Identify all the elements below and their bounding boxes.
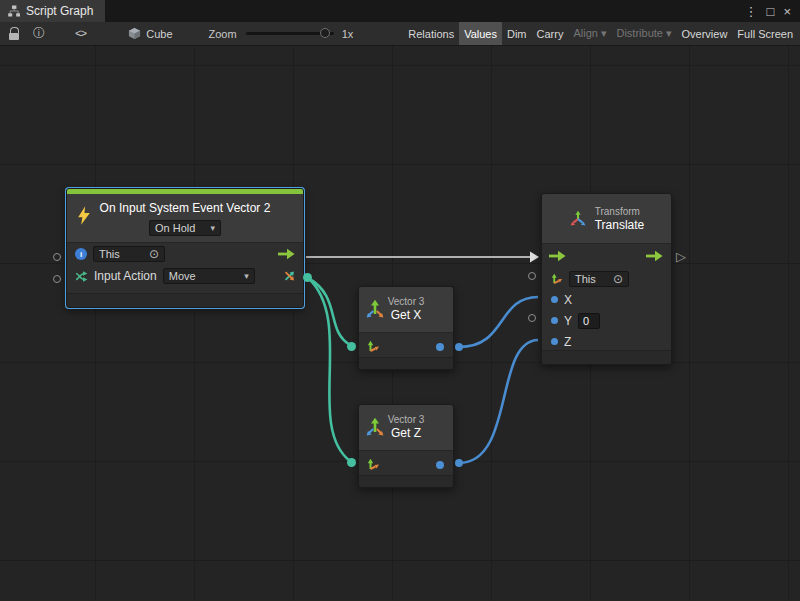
- event-node-header: On Input System Event Vector 2 On Hold ▾: [67, 194, 303, 243]
- translate-z-row: Z: [542, 331, 671, 352]
- event-node-title: On Input System Event Vector 2: [67, 194, 303, 215]
- flow-continue-icon: ▷: [676, 250, 686, 263]
- get-x-output-port[interactable]: [436, 343, 444, 351]
- get-x-port-row: [359, 333, 453, 360]
- axis-icon: [551, 273, 563, 285]
- get-z-header: Vector 3 Get Z: [359, 405, 453, 451]
- zoom-slider[interactable]: [246, 32, 334, 35]
- event-mode-value: On Hold: [155, 222, 195, 234]
- vector3-icon: [365, 299, 385, 323]
- input-action-dropdown[interactable]: Move ▾: [163, 268, 255, 284]
- close-icon[interactable]: ×: [783, 4, 791, 19]
- translate-header: Transform Translate: [542, 194, 671, 244]
- lightning-bolt-icon: [77, 206, 91, 229]
- translate-flow-row: [542, 244, 671, 268]
- toolbar-button-group: Relations Values Dim Carry Align ▾ Distr…: [403, 22, 800, 45]
- translate-footer: [542, 350, 671, 364]
- object-name: Cube: [146, 28, 172, 40]
- align-button[interactable]: Align ▾: [568, 22, 611, 45]
- maximize-icon[interactable]: □: [767, 4, 775, 19]
- distribute-button[interactable]: Distribute ▾: [611, 22, 676, 45]
- get-x-node[interactable]: Vector 3 Get X: [358, 286, 454, 370]
- carry-button[interactable]: Carry: [532, 22, 569, 45]
- transform-icon: [569, 210, 587, 228]
- translate-x-row: X: [542, 289, 671, 310]
- event-node[interactable]: On Input System Event Vector 2 On Hold ▾…: [66, 188, 304, 308]
- translate-z-label: Z: [564, 335, 571, 349]
- object-breadcrumb[interactable]: Cube: [128, 27, 172, 40]
- dim-button[interactable]: Dim: [502, 22, 532, 45]
- event-this-row: i This ⊙: [67, 243, 303, 265]
- translate-this-label: This: [575, 273, 596, 285]
- translate-y-outer-port[interactable]: [528, 314, 536, 322]
- event-mode-dropdown[interactable]: On Hold ▾: [149, 220, 221, 236]
- overview-button[interactable]: Overview: [677, 22, 733, 45]
- translate-this-outer-port[interactable]: [528, 272, 536, 280]
- get-x-footer: [359, 357, 453, 369]
- cube-icon: [128, 27, 141, 40]
- translate-y-input[interactable]: 0: [578, 313, 600, 329]
- window-tab-bar: Script Graph ⋮ □ ×: [0, 0, 800, 22]
- get-z-footer: [359, 475, 453, 487]
- get-z-node[interactable]: Vector 3 Get Z: [358, 404, 454, 488]
- zoom-label: Zoom: [209, 28, 237, 40]
- event-node-footer: [67, 293, 303, 307]
- get-x-input-port[interactable]: [347, 342, 356, 351]
- script-graph-icon: [8, 5, 20, 17]
- this-object-icon: i: [75, 248, 87, 260]
- get-z-port-row: [359, 451, 453, 478]
- translate-x-label: X: [564, 293, 572, 307]
- caret-down-icon: ▾: [210, 223, 215, 233]
- control-flow-output-port[interactable]: [278, 248, 295, 260]
- graph-toolbar: ⓘ <> Cube Zoom 1x Relations Values Dim C…: [0, 22, 800, 46]
- event-this-input-port[interactable]: [53, 253, 61, 261]
- vector3-icon: [365, 417, 385, 441]
- get-z-output-port[interactable]: [436, 461, 444, 469]
- control-flow-input-port[interactable]: [549, 250, 566, 262]
- input-action-value: Move: [169, 270, 196, 282]
- relations-button[interactable]: Relations: [403, 22, 459, 45]
- get-z-input-port[interactable]: [347, 458, 356, 467]
- target-icon: ⊙: [149, 248, 159, 260]
- axis-icon: [367, 340, 380, 353]
- translate-y-port[interactable]: [551, 317, 558, 324]
- event-this-dropdown[interactable]: This ⊙: [93, 246, 165, 262]
- axis-icon: [367, 458, 380, 471]
- control-flow-output-port[interactable]: [646, 250, 663, 262]
- event-this-label: This: [99, 248, 120, 260]
- translate-x-port[interactable]: [551, 296, 558, 303]
- info-icon[interactable]: ⓘ: [33, 22, 45, 45]
- code-view-icon[interactable]: <>: [75, 22, 86, 45]
- translate-y-label: Y: [564, 314, 572, 328]
- get-z-wire-dot[interactable]: [455, 459, 463, 467]
- input-action-icon: [75, 270, 88, 283]
- lock-icon[interactable]: [7, 22, 21, 45]
- translate-z-port[interactable]: [551, 338, 558, 345]
- event-action-input-port[interactable]: [53, 275, 61, 283]
- get-x-header: Vector 3 Get X: [359, 287, 453, 333]
- translate-this-row: This ⊙: [542, 268, 671, 289]
- vector2-wire-source-dot[interactable]: [303, 273, 312, 282]
- translate-this-dropdown[interactable]: This ⊙: [569, 271, 629, 287]
- tab-script-graph[interactable]: Script Graph: [0, 0, 105, 22]
- zoom-value: 1x: [342, 28, 354, 40]
- zoom-slider-handle[interactable]: [320, 28, 330, 38]
- get-x-wire-dot[interactable]: [455, 343, 463, 351]
- caret-down-icon: ▾: [244, 271, 249, 281]
- vector2-output-port[interactable]: [283, 270, 296, 283]
- full-screen-button[interactable]: Full Screen: [732, 22, 798, 45]
- translate-category: Transform: [595, 206, 645, 218]
- target-icon: ⊙: [613, 273, 623, 285]
- values-button[interactable]: Values: [459, 22, 502, 45]
- event-input-action-row: Input Action Move ▾: [67, 265, 303, 287]
- tab-title: Script Graph: [26, 4, 93, 18]
- kebab-menu-icon[interactable]: ⋮: [745, 4, 758, 19]
- translate-node[interactable]: Transform Translate This ⊙ X Y 0 Z: [541, 193, 672, 365]
- input-action-label: Input Action: [94, 269, 157, 283]
- translate-y-row: Y 0: [542, 310, 671, 331]
- translate-title: Translate: [595, 218, 645, 232]
